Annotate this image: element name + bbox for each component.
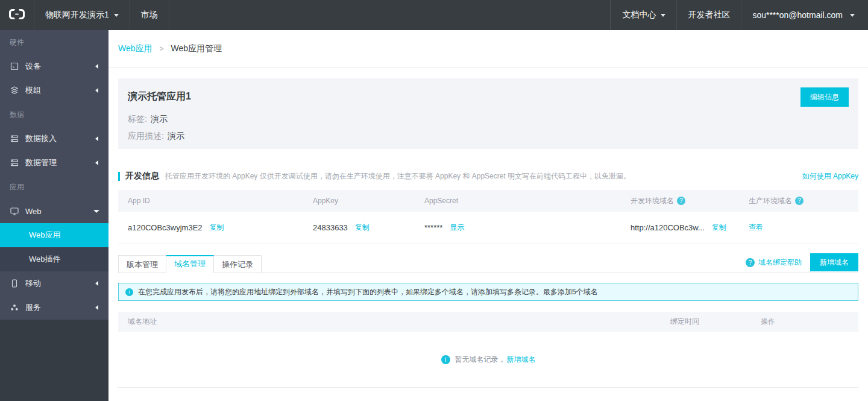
sidebar-subitem-web-plugin[interactable]: Web插件: [0, 247, 108, 271]
dev-info-title: 开发信息: [125, 171, 159, 182]
app-key-cell: 24833633 复制: [303, 223, 415, 233]
chevron-collapsed-icon: [95, 136, 98, 141]
tab-operation-log[interactable]: 操作记录: [214, 255, 262, 273]
sidebar-item-label: 模组: [25, 85, 41, 96]
sidebar-item-data-access[interactable]: 数据接入: [0, 127, 108, 151]
sidebar-item-label: Web: [25, 207, 42, 216]
top-nav: 物联网开发演示1 市场 文档中心 开发者社区 sou****on@hotmail…: [0, 0, 868, 30]
main-layout: 硬件 设备 模组: [0, 30, 868, 401]
chevron-expanded-icon: [93, 210, 99, 213]
nav-item-community[interactable]: 开发者社区: [676, 0, 741, 30]
col-dev-domain-label: 开发环境域名: [631, 196, 674, 206]
app-secret-cell: ****** 显示: [415, 223, 621, 233]
sidebar-item-label: 服务: [25, 302, 41, 313]
tab-domain-mgmt[interactable]: 域名管理: [166, 255, 214, 273]
database-icon: [10, 134, 19, 144]
community-label: 开发者社区: [688, 10, 730, 21]
app-summary-card: 演示托管应用1 标签:演示 应用描述:演示 编辑信息: [118, 78, 858, 149]
domain-bind-help-link[interactable]: 域名绑定帮助: [758, 257, 802, 268]
edit-info-button[interactable]: 编辑信息: [800, 87, 849, 107]
app-tag-row: 标签:演示: [128, 110, 849, 127]
col-domain-address: 域名地址: [118, 317, 661, 327]
dev-info-table: App ID AppKey AppSecret 开发环境域名 ? 生产环境域名 …: [118, 190, 858, 244]
market-label: 市场: [141, 10, 158, 21]
cloud-brackets-logo-icon: [8, 8, 25, 22]
col-action: 操作: [751, 317, 858, 327]
empty-state-text: 暂无域名记录，: [455, 355, 506, 365]
prod-domain-cell: 查看: [739, 223, 858, 233]
domain-table: 域名地址 绑定时间 操作 i 暂无域名记录， 新增域名: [118, 312, 858, 388]
tabs-actions: ? 域名绑定帮助 新增域名: [746, 253, 858, 271]
dev-info-subtitle: 托管应用开发环境的 AppKey 仅供开发调试使用，请勿在生产环境使用，注意不要…: [165, 171, 795, 182]
tabs: 版本管理 域名管理 操作记录: [118, 255, 262, 273]
col-dev-domain: 开发环境域名 ?: [621, 196, 739, 206]
help-question-icon[interactable]: ?: [746, 258, 755, 267]
col-bind-time: 绑定时间: [661, 317, 751, 327]
col-prod-domain: 生产环境域名 ?: [739, 196, 858, 206]
sidebar: 硬件 设备 模组: [0, 30, 108, 401]
chevron-collapsed-icon: [95, 64, 98, 69]
page-title: Web应用管理: [171, 43, 222, 54]
sidebar-subitem-web-app[interactable]: Web应用: [0, 223, 108, 247]
view-prod-domain-link[interactable]: 查看: [749, 223, 763, 233]
sidebar-item-label: 数据管理: [25, 157, 57, 168]
dev-info-header: 开发信息 托管应用开发环境的 AppKey 仅供开发调试使用，请勿在生产环境使用…: [118, 171, 858, 182]
doc-center-label: 文档中心: [622, 10, 656, 21]
chevron-down-icon: [661, 14, 665, 17]
col-prod-domain-label: 生产环境域名: [749, 196, 792, 206]
database-icon: [10, 158, 19, 168]
device-icon: [10, 62, 19, 71]
copy-app-key-link[interactable]: 复制: [355, 223, 370, 233]
info-icon: i: [125, 288, 133, 296]
appkey-help-link[interactable]: 如何使用 AppKey: [802, 171, 858, 182]
app-title: 演示托管应用1: [128, 90, 849, 103]
tabs-bar: 版本管理 域名管理 操作记录 ? 域名绑定帮助 新增域名: [118, 253, 858, 273]
chevron-down-icon: [114, 14, 119, 17]
monitor-icon: [10, 206, 19, 216]
col-app-secret: AppSecret: [415, 197, 621, 205]
smartphone-icon: [10, 279, 19, 288]
info-icon: i: [441, 355, 450, 364]
breadcrumb-separator: >: [160, 45, 164, 53]
help-question-icon[interactable]: ?: [795, 197, 804, 205]
copy-app-id-link[interactable]: 复制: [210, 223, 224, 233]
table-row: a120COBc3wyjm3E2 复制 24833633 复制 ****** 显…: [118, 212, 858, 244]
people-group-icon: [10, 303, 19, 312]
copy-dev-domain-link[interactable]: 复制: [712, 223, 726, 233]
product-switcher[interactable]: 物联网开发演示1: [34, 0, 130, 30]
domain-table-header: 域名地址 绑定时间 操作: [118, 312, 858, 332]
account-menu[interactable]: sou****on@hotmail.com: [741, 0, 868, 30]
app-id-cell: a120COBc3wyjm3E2 复制: [118, 223, 303, 233]
app-secret-masked: ******: [424, 223, 442, 232]
nav-item-doc-center[interactable]: 文档中心: [611, 0, 676, 30]
sidebar-menu: 硬件 设备 模组: [0, 30, 108, 320]
sidebar-item-label: 移动: [25, 278, 41, 289]
help-question-icon[interactable]: ?: [677, 197, 685, 205]
account-label: sou****on@hotmail.com: [752, 10, 843, 20]
show-secret-link[interactable]: 显示: [450, 223, 464, 233]
nav-spacer: [169, 0, 611, 30]
sidebar-item-service[interactable]: 服务: [0, 295, 108, 320]
sidebar-item-label: 数据接入: [25, 133, 57, 144]
sidebar-item-label: 设备: [25, 61, 41, 72]
brand-logo[interactable]: [0, 0, 34, 30]
sidebar-filler: [0, 320, 108, 401]
sidebar-item-device[interactable]: 设备: [0, 54, 108, 78]
iot-console-app: 物联网开发演示1 市场 文档中心 开发者社区 sou****on@hotmail…: [0, 0, 868, 401]
desc-value: 演示: [168, 131, 184, 141]
sidebar-section-data: 数据: [0, 103, 108, 127]
dev-domain-cell: http://a120COBc3w... 复制: [621, 223, 739, 233]
sidebar-item-mobile[interactable]: 移动: [0, 271, 108, 295]
chevron-down-icon: [850, 14, 855, 17]
add-domain-button[interactable]: 新增域名: [810, 253, 858, 271]
sidebar-item-data-mgmt[interactable]: 数据管理: [0, 151, 108, 175]
sidebar-item-web[interactable]: Web: [0, 199, 108, 223]
empty-add-domain-link[interactable]: 新增域名: [507, 355, 536, 365]
nav-item-market[interactable]: 市场: [130, 0, 169, 30]
tag-label: 标签:: [128, 114, 147, 124]
sidebar-item-module[interactable]: 模组: [0, 78, 108, 103]
breadcrumb-parent-link[interactable]: Web应用: [118, 43, 153, 54]
chevron-collapsed-icon: [95, 88, 98, 93]
breadcrumb: Web应用 > Web应用管理: [108, 30, 868, 68]
tab-version-mgmt[interactable]: 版本管理: [118, 255, 166, 273]
